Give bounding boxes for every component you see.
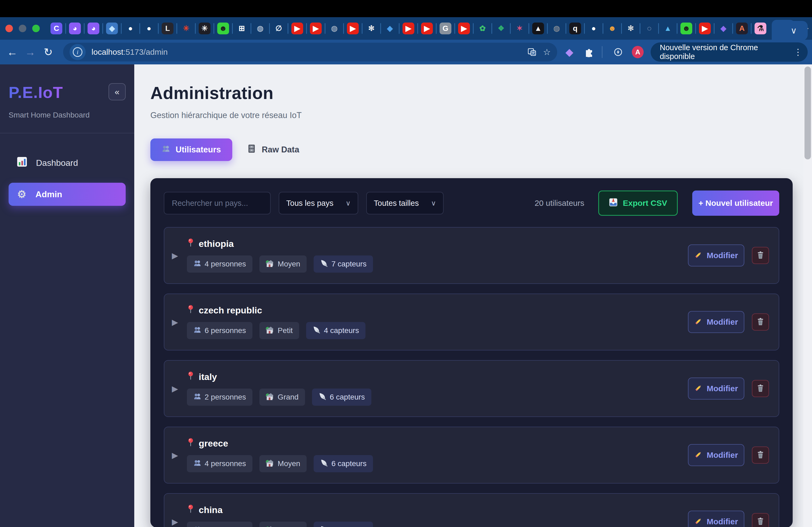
pinned-tab-youtube[interactable]: ▶ <box>347 22 359 34</box>
scrollbar-thumb[interactable] <box>804 66 811 160</box>
pinned-tab-gray-g[interactable]: G <box>439 22 451 34</box>
tab-separator <box>102 23 103 34</box>
pinned-tab-astro[interactable]: A <box>736 22 748 34</box>
sidebar-item-admin[interactable]: ⚙ Admin <box>9 183 126 206</box>
back-button[interactable]: ← <box>4 44 20 60</box>
expand-toggle[interactable]: ▶ <box>172 384 187 393</box>
pinned-tab-youtube[interactable]: ▶ <box>421 22 433 34</box>
pinned-tab-youtube[interactable]: ▶ <box>458 22 470 34</box>
pinned-tab-flask[interactable]: ⚗ <box>755 22 766 34</box>
pinned-tab-asterisk-red[interactable]: ✳ <box>180 22 192 34</box>
pinned-tab-gem-color[interactable]: ◆ <box>717 22 729 34</box>
export-csv-button[interactable]: Export CSV <box>598 191 678 216</box>
delete-button[interactable] <box>752 513 769 527</box>
tab-raw-data[interactable]: Raw Data <box>247 138 311 162</box>
profile-avatar[interactable]: A <box>632 46 644 58</box>
pinned-tab-github[interactable]: ● <box>125 22 136 34</box>
pinned-tab-youtube[interactable]: ▶ <box>310 22 322 34</box>
pinned-tab-tangerine[interactable]: ☻ <box>606 22 618 34</box>
pinned-tab-asterisk-dark[interactable]: ✳ <box>199 22 211 34</box>
close-window-button[interactable] <box>5 25 13 32</box>
extensions-puzzle-icon[interactable] <box>582 44 596 60</box>
site-info-button[interactable]: i <box>70 44 86 60</box>
pinned-tab-openai[interactable]: ✻ <box>365 22 377 34</box>
browser-scrollbar[interactable] <box>803 64 812 527</box>
pinned-tab-hummingbird[interactable]: ✶ <box>514 22 525 34</box>
pinned-tab-smiley-green[interactable]: ☻ <box>680 22 692 34</box>
pinned-tab-globe[interactable]: ◍ <box>329 22 340 34</box>
url-host: localhost <box>91 47 123 57</box>
sidebar-item-dashboard[interactable]: Dashboard <box>9 151 126 175</box>
modify-button[interactable]: Modifier <box>688 311 744 333</box>
more-menu-icon[interactable]: ⋮ <box>794 47 803 57</box>
pinned-tab-github[interactable]: ● <box>143 22 155 34</box>
gem-extension-icon[interactable]: ◆ <box>562 44 577 60</box>
pinned-tab-plant[interactable]: ❖ <box>495 22 507 34</box>
minimize-window-button[interactable] <box>19 25 26 32</box>
pinned-tab-chart-app[interactable]: ◕ <box>69 22 81 34</box>
pinned-tab-mountain[interactable]: ▲ <box>532 22 544 34</box>
size-badge: Moyen <box>259 455 307 472</box>
expand-toggle[interactable]: ▶ <box>172 317 187 327</box>
app-logo: P.E.IoT <box>9 83 63 102</box>
chrome-update-button[interactable]: Nouvelle version de Chrome disponible ⋮ <box>651 42 808 62</box>
pinned-tab-ring[interactable]: ◌ <box>643 22 655 34</box>
size-filter-select[interactable]: Toutes tailles ∨ <box>366 192 444 214</box>
country-row-italy: ▶ italy 2 personnes <box>164 360 779 417</box>
url-bar[interactable]: i localhost:5173/admin ☆ <box>63 43 557 61</box>
tab-separator <box>491 23 492 34</box>
search-input[interactable] <box>164 192 271 214</box>
pinned-tab-globe-dark[interactable]: ◍ <box>551 22 563 34</box>
tab-label: Raw Data <box>262 145 300 154</box>
pinned-tab-globe[interactable]: ◍ <box>254 22 266 34</box>
delete-button[interactable] <box>752 247 769 264</box>
sidebar-collapse-button[interactable]: « <box>108 83 126 100</box>
delete-button[interactable] <box>752 447 769 464</box>
tab-separator <box>121 23 122 34</box>
bookmark-star-icon[interactable]: ☆ <box>543 47 551 57</box>
pinned-tab-logseq[interactable]: L <box>162 22 173 34</box>
pinned-tab-youtube[interactable]: ▶ <box>291 22 303 34</box>
selected-option: Toutes tailles <box>374 199 419 208</box>
pinned-tab-prism[interactable]: ▲ <box>662 22 674 34</box>
tab-label: Utilisateurs <box>176 145 221 154</box>
pinned-tab-github[interactable]: ● <box>588 22 599 34</box>
pinned-tab-smiley-green[interactable]: ☻ <box>217 22 229 34</box>
reload-button[interactable]: ↻ <box>40 44 56 60</box>
pinned-tab-microsoft[interactable]: ⊞ <box>236 22 248 34</box>
tab-separator <box>547 23 548 34</box>
tab-separator <box>380 23 381 34</box>
expand-toggle[interactable]: ▶ <box>172 451 187 460</box>
modify-button[interactable]: Modifier <box>688 378 744 400</box>
expand-toggle[interactable]: ▶ <box>172 251 187 260</box>
tab-separator <box>158 23 159 34</box>
pinned-tab-price-tag[interactable]: ◆ <box>106 22 118 34</box>
delete-button[interactable] <box>752 313 769 331</box>
pinned-tab-youtube[interactable]: ▶ <box>403 22 414 34</box>
user-count: 20 utilisateurs <box>535 199 584 208</box>
pinned-tab-maps[interactable]: ◆ <box>384 22 396 34</box>
pinned-tab-qwant[interactable]: q <box>569 22 581 34</box>
modify-button[interactable]: Modifier <box>688 444 744 466</box>
forward-button[interactable]: → <box>22 44 38 60</box>
pinned-tab-youtube[interactable]: ▶ <box>699 22 711 34</box>
country-filter-select[interactable]: Tous les pays ∨ <box>279 192 358 214</box>
zoom-window-button[interactable] <box>32 25 40 32</box>
pinned-tab-leaf[interactable]: ✿ <box>477 22 489 34</box>
translate-icon[interactable] <box>528 48 536 56</box>
modify-button[interactable]: Modifier <box>688 511 744 527</box>
country-row-china: ▶ china 5 personnes <box>164 493 779 527</box>
new-user-button[interactable]: + Nouvel utilisateur <box>692 191 779 216</box>
delete-button[interactable] <box>752 380 769 397</box>
pinned-tab-compass[interactable]: ∅ <box>273 22 285 34</box>
energy-saver-icon[interactable] <box>611 44 625 60</box>
pinned-tab-openai[interactable]: ✻ <box>625 22 637 34</box>
sensors-badge: 6 capteurs <box>314 455 373 472</box>
tab-search-button[interactable]: ∨ <box>780 21 808 40</box>
tab-utilisateurs[interactable]: Utilisateurs <box>150 138 232 161</box>
expand-toggle[interactable]: ▶ <box>172 517 187 526</box>
pinned-tab-chart-app[interactable]: ◕ <box>88 22 99 34</box>
modify-button[interactable]: Modifier <box>688 244 744 267</box>
pinned-tab-canva[interactable]: C <box>50 22 62 34</box>
admin-panel: Tous les pays ∨ Toutes tailles ∨ 20 util… <box>150 178 793 527</box>
